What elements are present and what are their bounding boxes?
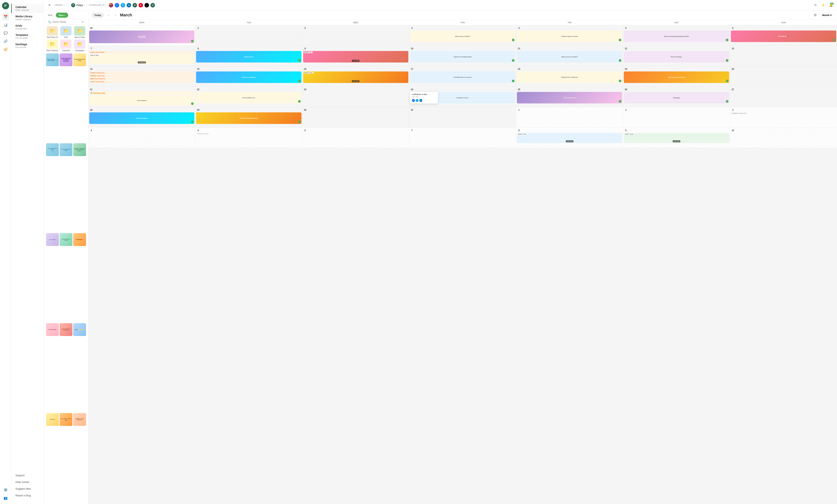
platform-extra[interactable]: td — [150, 3, 155, 8]
platform-tiktok[interactable]: ♪ — [144, 3, 149, 8]
post-card-apr9-draft[interactable]: DRAFT: HOW... 2:00 PM — [624, 133, 729, 143]
folder-campaigns[interactable]: 📁 Campaigns — [73, 39, 86, 52]
cal-cell-mar15[interactable]: 15 #Fitness Challenge ✓ — [195, 66, 302, 87]
post-card-mar16-draft[interactable]: DRAFT: SCH... 2:01 PM — [303, 71, 408, 83]
cal-cell-mar9[interactable]: 9 DRAFT: SC... 7:47 PM — [302, 46, 409, 66]
cal-cell-mar31[interactable]: 31 — [409, 107, 516, 128]
app-logo[interactable]: P — [2, 2, 9, 9]
cal-cell-mar20[interactable]: 20 — [730, 66, 837, 87]
prev-month-button[interactable]: ‹ — [106, 13, 111, 18]
cal-cell-mar23[interactable]: 23 — [302, 87, 409, 107]
media-thumb-13[interactable]: Hashtags — [46, 413, 59, 426]
media-thumb-12[interactable]: Pallyy ⭐⭐⭐⭐⭐ — [73, 323, 86, 336]
media-thumb-2[interactable]: NEW FEATURELinkedIn Analytics — [59, 53, 72, 66]
cal-cell-mar4[interactable]: 4 5 Steps to Improve Content ✓ — [516, 25, 623, 46]
media-thumb-6[interactable]: 5 Ways to Revive on Inactive Instagram P… — [73, 143, 86, 156]
month-view-button[interactable]: Month ▾ — [820, 13, 834, 18]
nav-explore[interactable]: 🧭 — [2, 46, 9, 53]
cal-cell-mar1[interactable]: 1 — [195, 25, 302, 46]
sidebar-item-media-library[interactable]: Media Library Upload, organize — [11, 13, 43, 22]
post-card-mar3-1[interactable]: What to post on Twitter? ✓ — [410, 31, 515, 42]
sidebar-item-help-center[interactable]: Help Center — [11, 479, 43, 485]
media-thumb-1[interactable]: Social Media Best Flags✓ ✓ ✓ ✓ — [46, 53, 59, 66]
media-thumb-7[interactable]: Let's finalize — [46, 233, 59, 246]
settings-icon[interactable]: ⚙ — [82, 20, 84, 23]
event-labour-day-west[interactable]: Labour Day (Weste... — [89, 51, 194, 54]
cal-cell-apr6[interactable]: 6 — [302, 128, 409, 148]
event-adelaide-cup[interactable]: Adelaide Cup (Sout... — [89, 74, 194, 77]
cal-cell-apr3[interactable]: 3 Daylight Saving Tim... — [730, 107, 837, 128]
cal-cell-mar22[interactable]: 22 Post Feedback Form ✓ — [195, 87, 302, 107]
folder-test-posts[interactable]: 📁 Test Posts #1 — [46, 26, 59, 38]
cal-cell-apr5[interactable]: 5 Thanks to the top... — [195, 128, 302, 148]
cal-cell-mar12[interactable]: 12 The best strategy... ✓ — [623, 46, 730, 66]
folder-tips-tricks[interactable]: 📁 Tips & Tricks — [73, 26, 86, 38]
sidebar-item-templates[interactable]: Templates Pre-set drafts — [11, 32, 43, 41]
cal-cell-mar18[interactable]: 18 PRODUCTIVITY CHECK IN: ✓ — [516, 66, 623, 87]
sidebar-item-report-bug[interactable]: Report a Bug — [11, 492, 43, 499]
post-card-mar18-1[interactable]: PRODUCTIVITY CHECK IN: ✓ — [517, 71, 622, 83]
post-card-mar22-1[interactable]: Post Feedback Form ✓ — [196, 92, 301, 104]
cal-cell-mar6[interactable]: 6 AUTOPILOT 🚀 ✓ — [730, 25, 837, 46]
viewing-selector[interactable]: VIEWING › — [55, 4, 65, 6]
post-card-mar17-1[interactable]: CAPTIONS How to use them? ✓ — [410, 71, 515, 83]
nav-messages[interactable]: 💬 — [2, 30, 9, 37]
media-thumb-8[interactable]: Create a Team on Pallyy — [59, 233, 72, 246]
cal-cell-mar17[interactable]: 17 CAPTIONS How to use them? ✓ — [409, 66, 516, 87]
cal-cell-mar2[interactable]: 2 — [302, 25, 409, 46]
cal-cell-apr9[interactable]: 9 DRAFT: HOW... 2:00 PM — [623, 128, 730, 148]
cal-cell-feb28[interactable]: 28 Social MediaScheduling ✓ — [88, 25, 195, 46]
cal-cell-mar27[interactable]: 27 — [730, 87, 837, 107]
media-thumb-14[interactable]: New Video Camera 📷 — [59, 413, 72, 426]
post-card-mar15-1[interactable]: #Fitness Challenge ✓ — [196, 71, 301, 83]
post-card-mar5-1[interactable]: Build your Marketing Strategy Checklist … — [624, 31, 729, 42]
calendar-settings-button[interactable]: ⚙ — [813, 12, 818, 18]
harmony-day-badge[interactable]: 🎵 Harmony Day — [89, 92, 194, 95]
post-card-mar26-1[interactable]: Hashtags ✓ — [624, 92, 729, 104]
post-card-feb28-1[interactable]: Social MediaScheduling ✓ — [89, 31, 194, 43]
event-canberra-day[interactable]: Canberra Day (Aus... — [89, 71, 194, 74]
today-button[interactable]: Today — [91, 13, 104, 18]
cal-cell-mar21[interactable]: 21 🎵 Harmony Day Post Feedback ✓ — [88, 87, 195, 107]
cal-cell-mar7[interactable]: 7 Labour Day (Weste... DRAFT: WAN... 12:… — [88, 46, 195, 66]
cal-cell-mar8[interactable]: 8 Instagram Post ✓ — [195, 46, 302, 66]
cal-cell-mar3[interactable]: 3 What to post on Twitter? ✓ — [409, 25, 516, 46]
post-card-mar6-1[interactable]: AUTOPILOT 🚀 ✓ — [731, 31, 836, 42]
media-thumb-10[interactable]: Post Feedback — [46, 323, 59, 336]
post-card-mar4-1[interactable]: 5 Steps to Improve Content ✓ — [517, 31, 622, 42]
cal-cell-mar29[interactable]: 29 A Four Step Marketing Funnel ✓ — [195, 107, 302, 128]
folder-ugc[interactable]: 📁 UGC — [60, 26, 72, 38]
cal-cell-apr8[interactable]: 8 DRAFT: CRE... 2:00 PM — [516, 128, 623, 148]
media-thumb-9[interactable]: Hashtags # — [73, 233, 86, 246]
cal-cell-mar13[interactable]: 13 — [730, 46, 837, 66]
lightning-button[interactable]: ⚡ — [820, 2, 826, 8]
filter-button[interactable]: All ▾ — [46, 13, 54, 18]
account-selector[interactable]: P Pallyy ▾ — [69, 2, 87, 8]
menu-button[interactable]: ≡ — [47, 2, 52, 8]
sidebar-item-calendar[interactable]: Calendar Draft, schedule — [11, 4, 43, 13]
sidebar-item-hashtags[interactable]: Hashtags Pre-set lists — [11, 41, 43, 50]
cal-cell-mar24[interactable]: 24 Looking for a Later... Looking for a … — [409, 87, 516, 107]
platform-pallyy[interactable]: P — [132, 3, 138, 8]
cal-cell-mar10[interactable]: 10 Captions for Instagram Reels ✓ — [409, 46, 516, 66]
post-card-mar12-1[interactable]: The best strategy... ✓ — [624, 51, 729, 62]
next-month-button[interactable]: › — [113, 13, 118, 18]
media-thumb-15[interactable]: PRODUCTIVITY CHECK IN: — [73, 413, 86, 426]
sidebar-item-grids[interactable]: Grids Visually plan — [11, 22, 43, 32]
post-popover[interactable]: Looking for a Later ... 9:47 AM f 𝕏 in — [410, 92, 438, 104]
folder-new-features[interactable]: 📁 New Features — [46, 39, 59, 52]
post-card-mar25-1[interactable]: New Color Themes ✓ — [517, 92, 622, 104]
platform-pinterest[interactable]: P — [138, 3, 143, 8]
post-card-mar11-1[interactable]: What to post on LinkedIn? ✓ — [517, 51, 622, 62]
nav-settings[interactable]: ⚙️ — [2, 486, 9, 493]
cal-cell-mar30[interactable]: 30 — [302, 107, 409, 128]
nav-analytics[interactable]: 📊 — [2, 21, 9, 29]
event-labour-day-vic[interactable]: Labour Day (Victori... — [89, 80, 194, 83]
event-eight-hours[interactable]: Eight Hours Day (Ta... — [89, 77, 194, 80]
notification-button[interactable]: 🔔 50+ — [828, 2, 834, 8]
cal-cell-apr7[interactable]: 7 — [409, 128, 516, 148]
media-thumb-3[interactable]: Social Media Best Flags — [73, 53, 86, 66]
cal-cell-apr10[interactable]: 10 — [730, 128, 837, 148]
cal-cell-apr4[interactable]: 4 — [88, 128, 195, 148]
cal-cell-apr1[interactable]: 1 — [516, 107, 623, 128]
